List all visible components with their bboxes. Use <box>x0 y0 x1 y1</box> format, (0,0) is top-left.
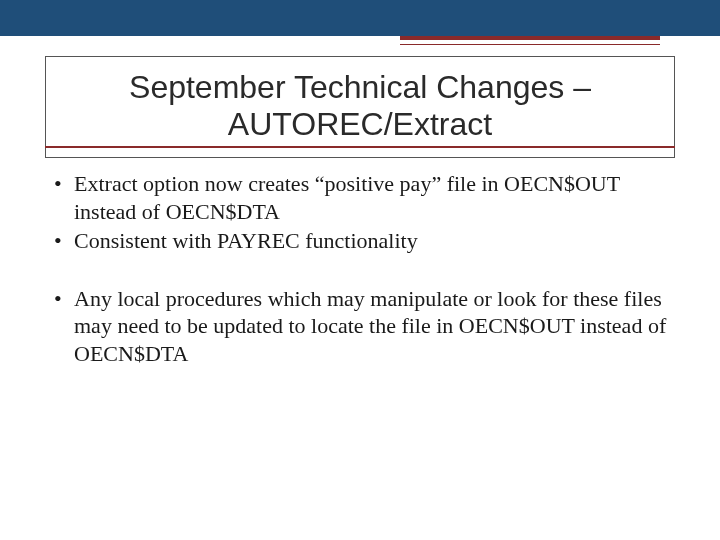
bullet-list: Extract option now creates “positive pay… <box>50 170 670 255</box>
slide-title-box: September Technical Changes – AUTOREC/Ex… <box>45 56 675 158</box>
slide-body: Extract option now creates “positive pay… <box>50 170 670 369</box>
accent-rule-thin <box>400 44 660 45</box>
spacer <box>50 257 670 285</box>
slide-title-line2: AUTOREC/Extract <box>228 106 492 142</box>
title-underline <box>45 146 675 148</box>
top-color-band <box>0 0 720 36</box>
accent-rule-thick <box>400 36 660 40</box>
slide-title: September Technical Changes – AUTOREC/Ex… <box>66 69 654 143</box>
list-item: Extract option now creates “positive pay… <box>50 170 670 225</box>
slide-title-line1: September Technical Changes – <box>129 69 591 105</box>
list-item: Consistent with PAYREC functionality <box>50 227 670 255</box>
list-item: Any local procedures which may manipulat… <box>50 285 670 368</box>
bullet-list: Any local procedures which may manipulat… <box>50 285 670 368</box>
